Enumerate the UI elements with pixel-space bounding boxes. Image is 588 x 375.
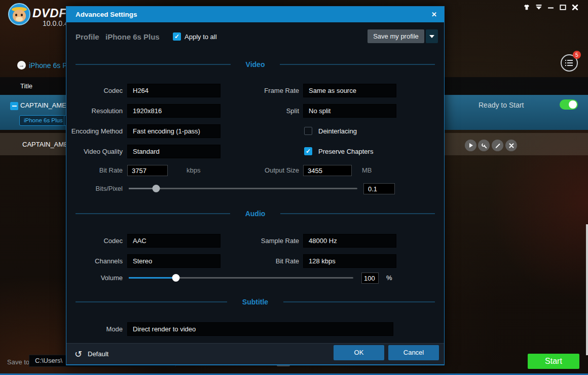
codec-label: Codec (66, 84, 123, 97)
breadcrumb-arrow-icon[interactable]: → (17, 61, 26, 70)
skin-tshirt-icon[interactable] (523, 4, 530, 11)
encoding-method-label: Encoding Method (66, 124, 123, 138)
logo-eye (15, 14, 17, 16)
start-button[interactable]: Start (528, 354, 579, 369)
volume-slider[interactable] (129, 274, 353, 282)
audio-codec-label: Codec (66, 234, 123, 248)
bit-rate-unit: kbps (187, 165, 200, 176)
preserve-chapters-label: Preserve Chapters (318, 148, 373, 155)
row-status: Ready to Start (479, 101, 524, 109)
audio-bit-rate-label: Bit Rate (234, 254, 299, 268)
dialog-titlebar: Advanced Settings ✕ (66, 7, 444, 22)
subtitle-mode-select[interactable]: Direct render to video (127, 322, 393, 336)
channels-select[interactable]: Stereo (127, 254, 220, 268)
play-preview-icon[interactable] (465, 140, 476, 151)
output-size-unit: MB (362, 165, 372, 176)
close-window-icon[interactable] (571, 4, 579, 11)
dvdfab-logo-icon (8, 3, 30, 25)
save-to-label: Save to: (7, 358, 31, 366)
chevron-down-icon (429, 35, 434, 38)
save-my-profile-button[interactable]: Save my profile (368, 29, 424, 43)
volume-input[interactable] (361, 272, 379, 284)
dialog-footer: ↺ Default OK Cancel (66, 343, 444, 364)
preserve-chapters-checkbox[interactable] (304, 147, 312, 155)
toggle-knob (569, 100, 577, 109)
row-checkbox[interactable] (10, 102, 18, 110)
dialog-title: Advanced Settings (76, 7, 137, 22)
volume-label: Volume (66, 272, 123, 284)
bits-pixel-input[interactable] (363, 183, 395, 194)
encoding-method-select[interactable]: Fast encoding (1-pass) (127, 124, 220, 138)
slider-thumb[interactable] (153, 185, 160, 192)
video-section-header: Video (76, 60, 435, 69)
update-dropdown-icon[interactable] (535, 4, 542, 11)
ok-button[interactable]: OK (334, 345, 384, 360)
bit-rate-input[interactable] (127, 165, 168, 176)
queue-count-badge: 5 (573, 51, 581, 59)
wrench-settings-icon[interactable] (478, 140, 490, 151)
frame-rate-select[interactable]: Same as source (303, 84, 396, 97)
section-title: Audio (245, 210, 266, 218)
dvdfab-main-window: DVDFab 10.0.0.4 → iPhone 6s Plu Title CA… (0, 0, 588, 375)
split-select[interactable]: No split (303, 104, 396, 118)
cancel-button[interactable]: Cancel (388, 345, 439, 360)
maximize-icon[interactable] (559, 4, 567, 11)
window-controls (518, 3, 579, 11)
row-enable-toggle[interactable] (560, 99, 578, 110)
profile-label: Profile (76, 32, 99, 41)
title-name: CAPTAIN_AMER (20, 101, 71, 109)
apply-to-all-label: Apply to all (185, 33, 217, 41)
profile-badge[interactable]: iPhone 6s Plus (19, 115, 67, 126)
output-size-input[interactable] (303, 165, 352, 176)
deinterlacing-label: Deinterlacing (318, 127, 357, 135)
slider-thumb[interactable] (172, 274, 180, 282)
channels-label: Channels (66, 254, 123, 268)
sample-rate-select[interactable]: 48000 Hz (303, 234, 396, 248)
split-label: Split (234, 104, 299, 118)
audio-bit-rate-select[interactable]: 128 kbps (303, 254, 396, 268)
section-title: Video (246, 60, 265, 69)
advanced-settings-dialog: Advanced Settings ✕ Profile iPhone 6s Pl… (66, 6, 445, 365)
deinterlacing-checkbox[interactable] (304, 127, 312, 135)
bit-rate-label: Bit Rate (66, 165, 123, 176)
subtitle-section-header: Subtitle (76, 297, 435, 306)
minimize-icon[interactable] (547, 4, 555, 11)
volume-unit: % (386, 272, 392, 284)
output-size-label: Output Size (234, 165, 299, 176)
apply-to-all-checkbox[interactable] (173, 32, 181, 41)
undo-icon[interactable]: ↺ (75, 344, 82, 365)
codec-select[interactable]: H264 (127, 84, 220, 97)
bits-pixel-label: Bits/Pixel (66, 183, 123, 194)
logo-eye (21, 14, 23, 16)
column-title: Title (20, 82, 32, 90)
section-title: Subtitle (242, 298, 268, 306)
audio-codec-select[interactable]: AAC (127, 234, 220, 248)
bits-pixel-slider[interactable] (129, 185, 357, 192)
video-quality-select[interactable]: Standard (127, 145, 220, 158)
subtitle-mode-label: Mode (66, 322, 123, 336)
frame-rate-label: Frame Rate (234, 84, 299, 97)
resolution-label: Resolution (66, 104, 123, 118)
remove-title-icon[interactable] (505, 140, 517, 151)
logo-muzzle (16, 17, 23, 21)
profile-value: iPhone 6s Plus (105, 32, 160, 41)
audio-section-header: Audio (76, 209, 435, 218)
sample-rate-label: Sample Rate (234, 234, 299, 248)
dialog-close-icon[interactable]: ✕ (431, 7, 437, 22)
queue-list-icon (565, 60, 577, 61)
save-profile-dropdown-button[interactable] (426, 29, 438, 43)
scrollbar-thumb[interactable] (586, 224, 588, 355)
app-version: 10.0.0.4 (43, 19, 68, 27)
video-quality-label: Video Quality (66, 145, 123, 158)
edit-pen-icon[interactable] (492, 140, 503, 151)
resolution-select[interactable]: 1920x816 (127, 104, 220, 118)
default-button[interactable]: Default (88, 344, 108, 365)
